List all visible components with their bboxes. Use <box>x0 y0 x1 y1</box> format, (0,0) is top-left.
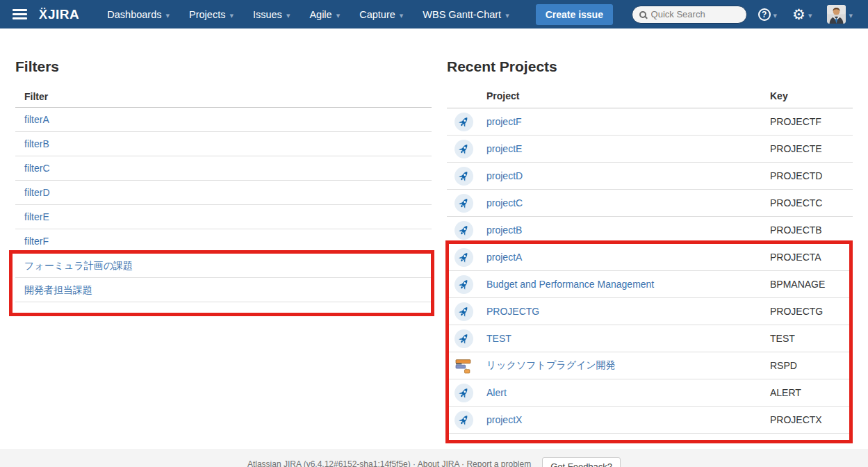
filter-link[interactable]: 開発者担当課題 <box>24 284 92 295</box>
project-row: projectE PROJECTE <box>447 136 853 163</box>
project-row: projectB PROJECTB <box>447 217 853 244</box>
project-link[interactable]: リックソフトプラグイン開発 <box>486 359 616 370</box>
project-row: projectD PROJECTD <box>447 163 853 190</box>
project-key: PROJECTC <box>770 197 853 208</box>
filter-link[interactable]: filterB <box>24 138 49 149</box>
rocket-icon <box>455 384 473 402</box>
filter-link[interactable]: filterC <box>24 163 50 174</box>
filter-link[interactable]: filterE <box>24 211 49 222</box>
chevron-down-icon <box>773 8 778 21</box>
footer-info-text: Atlassian JIRA (v6.4.12#6152-sha1:14f5f5… <box>247 457 531 467</box>
recent-projects-table: Project Key <box>447 83 853 434</box>
rocket-icon <box>455 275 473 294</box>
chevron-down-icon <box>505 9 509 20</box>
top-navbar: Ẍ JIRA Dashboards Projects Issues Agile … <box>0 0 868 28</box>
filter-row: filterB <box>15 132 432 156</box>
project-link[interactable]: projectD <box>486 170 523 181</box>
chevron-down-icon <box>229 9 234 20</box>
menu-wbs-gantt-chart[interactable]: WBS Gantt-Chart <box>413 0 518 28</box>
project-row: TEST TEST <box>447 325 853 352</box>
filter-link[interactable]: filterF <box>24 236 49 247</box>
create-issue-button[interactable]: Create issue <box>536 4 613 25</box>
project-key: PROJECTD <box>770 170 853 181</box>
filter-row: filterD <box>15 181 432 205</box>
menu-issues[interactable]: Issues <box>243 0 300 28</box>
project-link[interactable]: projectX <box>486 414 522 425</box>
rocket-icon <box>455 140 473 158</box>
project-row: Budget and Performance Management BPMANA… <box>447 271 853 298</box>
filter-row: filterA <box>15 108 432 132</box>
chevron-down-icon <box>286 9 290 20</box>
got-feedback-button[interactable]: Got Feedback? <box>542 457 621 467</box>
project-link[interactable]: PROJECTG <box>486 306 539 317</box>
menu-capture[interactable]: Capture <box>350 0 413 28</box>
main-menu: Dashboards Projects Issues Agile Capture… <box>97 0 518 28</box>
rocket-icon <box>455 221 473 240</box>
user-menu[interactable] <box>823 5 857 24</box>
search-icon <box>639 11 646 18</box>
jira-logo-text: JIRA <box>48 7 79 22</box>
jira-logo[interactable]: Ẍ JIRA <box>39 7 79 22</box>
help-menu[interactable]: ? <box>754 8 782 21</box>
project-row: projectC PROJECTC <box>447 190 853 217</box>
hamburger-menu-icon[interactable] <box>13 7 27 22</box>
key-column-header: Key <box>770 90 853 101</box>
project-key: BPMANAGE <box>770 279 853 290</box>
project-key: ALERT <box>770 387 853 398</box>
project-key: PROJECTA <box>770 252 853 263</box>
help-icon: ? <box>758 8 771 21</box>
project-link[interactable]: Budget and Performance Management <box>486 279 654 290</box>
filter-row: filterC <box>15 156 432 181</box>
project-key: PROJECTX <box>770 414 853 425</box>
menu-agile[interactable]: Agile <box>300 0 350 28</box>
project-key: TEST <box>770 333 853 344</box>
project-list: projectF PROJECTF <box>447 108 853 434</box>
project-row: リックソフトプラグイン開発 RSPD <box>447 352 853 379</box>
user-avatar <box>827 5 846 24</box>
project-key: PROJECTG <box>770 306 853 317</box>
chevron-down-icon <box>808 8 812 21</box>
project-link[interactable]: projectC <box>486 197 523 208</box>
quick-search-input[interactable] <box>651 9 735 19</box>
filter-row: filterE <box>15 205 432 229</box>
project-key: RSPD <box>770 360 853 371</box>
project-link[interactable]: projectF <box>486 116 522 127</box>
project-row: projectX PROJECTX <box>447 407 853 434</box>
filters-section-title: Filters <box>15 58 59 75</box>
admin-menu[interactable]: ⚙ <box>788 7 816 22</box>
navbar-right-group: ? ⚙ <box>632 5 857 24</box>
quick-search-box[interactable] <box>632 6 747 24</box>
chevron-down-icon <box>336 9 341 20</box>
project-row: projectF PROJECTF <box>447 108 853 136</box>
page-footer: Atlassian JIRA (v6.4.12#6152-sha1:14f5f5… <box>0 449 868 467</box>
filter-row: フォーミュラ計画の課題 <box>15 254 432 278</box>
project-column-header: Project <box>486 90 770 101</box>
chevron-down-icon <box>400 9 404 20</box>
rocket-icon <box>455 113 473 131</box>
filter-link[interactable]: filterD <box>24 187 50 198</box>
projects-header-row: Project Key <box>447 83 853 108</box>
recent-projects-section-title: Recent Projects <box>447 58 557 75</box>
filter-link[interactable]: filterA <box>24 114 49 125</box>
project-row: PROJECTG PROJECTG <box>447 298 853 325</box>
jira-logo-mark-icon: Ẍ <box>39 8 47 22</box>
filter-column-header: Filter <box>15 83 432 108</box>
project-link[interactable]: projectA <box>486 252 522 263</box>
filter-row: 開発者担当課題 <box>15 278 432 302</box>
project-link[interactable]: projectB <box>486 224 522 236</box>
project-link[interactable]: projectE <box>486 143 522 154</box>
filters-table: Filter filterA filterB filterC filterD f… <box>15 83 432 302</box>
filter-link[interactable]: フォーミュラ計画の課題 <box>24 260 133 271</box>
menu-projects[interactable]: Projects <box>179 0 243 28</box>
filter-row: filterF <box>15 229 432 254</box>
project-key: PROJECTE <box>770 143 853 154</box>
menu-dashboards[interactable]: Dashboards <box>97 0 179 28</box>
gear-icon: ⚙ <box>792 7 805 22</box>
project-row: Alert ALERT <box>447 379 853 407</box>
rocket-icon <box>455 411 473 429</box>
rocket-icon <box>455 302 473 321</box>
project-key: PROJECTF <box>770 116 853 127</box>
project-link[interactable]: TEST <box>486 333 511 344</box>
gantt-chart-icon <box>455 357 473 375</box>
project-link[interactable]: Alert <box>486 387 507 398</box>
